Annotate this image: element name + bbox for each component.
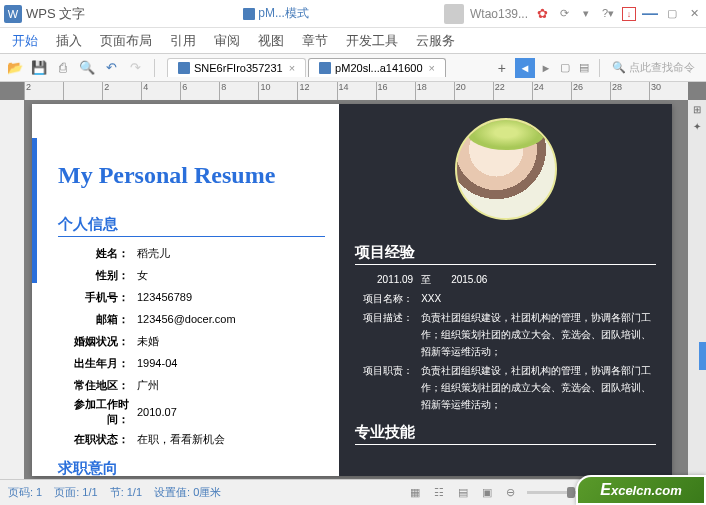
panel-tool-icon[interactable]: ✦ (693, 121, 701, 132)
table-row: 2011.09至 2015.06 (357, 271, 654, 288)
status-section[interactable]: 节: 1/1 (110, 485, 142, 500)
document-canvas[interactable]: My Personal Resume 个人信息 姓名：稻壳儿性别：女手机号：12… (32, 104, 672, 476)
menu-ref[interactable]: 引用 (170, 32, 196, 50)
print-icon[interactable]: ⎙ (54, 59, 72, 77)
menu-view[interactable]: 视图 (258, 32, 284, 50)
doc-tab-2[interactable]: pM20sl...a141600× (308, 58, 446, 77)
panel-toggle-icon[interactable]: ⊞ (693, 104, 701, 115)
panel-icon[interactable]: ▤ (576, 60, 592, 76)
workspace: 224681012141618202224262830 ⊞ ✦ My Perso… (0, 82, 706, 479)
status-position[interactable]: 设置值: 0厘米 (154, 485, 221, 500)
menu-cloud[interactable]: 云服务 (416, 32, 455, 50)
section-intent: 求职意向 (58, 457, 325, 481)
menubar: 开始 插入 页面布局 引用 审阅 视图 章节 开发工具 云服务 (0, 28, 706, 54)
info-table: 姓名：稻壳儿性别：女手机号：123456789邮箱：123456@docer.c… (58, 241, 238, 451)
minimize-icon[interactable]: — (642, 6, 658, 22)
open-icon[interactable]: 📂 (6, 59, 24, 77)
table-row: 婚姻状况：未婚 (60, 331, 236, 351)
redo-icon[interactable]: ↷ (126, 59, 144, 77)
table-row: 项目描述：负责社团组织建设，社团机构的管理，协调各部门工作；组织策划社团的成立大… (357, 309, 654, 360)
avatar-photo (455, 118, 557, 220)
view-full-icon[interactable]: ▣ (479, 485, 495, 501)
menu-insert[interactable]: 插入 (56, 32, 82, 50)
user-avatar[interactable] (444, 4, 464, 24)
right-panel: ⊞ ✦ (688, 100, 706, 479)
table-row: 项目职责：负责社团组织建设，社团机构的管理，协调各部门工作；组织策划社团的成立大… (357, 362, 654, 413)
section-skills: 专业技能 (355, 421, 656, 445)
search-icon: 🔍 (612, 61, 626, 74)
menu-layout[interactable]: 页面布局 (100, 32, 152, 50)
section-personal: 个人信息 (58, 213, 325, 237)
titlebar: W WPS 文字 pM...模式 Wtao139... ✿ ⟳ ▾ ?▾ ↓ —… (0, 0, 706, 28)
section-project: 项目经验 (355, 241, 656, 265)
table-row: 手机号：123456789 (60, 287, 236, 307)
menu-dev[interactable]: 开发工具 (346, 32, 398, 50)
zoom-out-icon[interactable]: ⊖ (503, 485, 519, 501)
ruler-horizontal[interactable]: 224681012141618202224262830 (24, 82, 688, 100)
menu-start[interactable]: 开始 (12, 32, 38, 50)
menu-chapter[interactable]: 章节 (302, 32, 328, 50)
watermark: Excelcn.com (576, 475, 706, 505)
view-print-icon[interactable]: ▦ (407, 485, 423, 501)
title-doc-tab[interactable]: pM...模式 (243, 5, 309, 22)
doc-icon (243, 8, 255, 20)
new-tab-icon[interactable]: + (492, 60, 512, 76)
close-icon[interactable]: ✕ (686, 6, 702, 22)
sync-icon[interactable]: ⟳ (556, 6, 572, 22)
table-row: 姓名：稻壳儿 (60, 243, 236, 263)
command-search[interactable]: 🔍点此查找命令 (607, 60, 700, 75)
skin-icon[interactable]: ✿ (534, 6, 550, 22)
table-row: 出生年月：1994-04 (60, 353, 236, 373)
undo-icon[interactable]: ↶ (102, 59, 120, 77)
close-tab-icon[interactable]: × (429, 62, 435, 74)
menu-review[interactable]: 审阅 (214, 32, 240, 50)
right-edge-handle[interactable] (699, 342, 706, 370)
table-row: 邮箱：123456@docer.com (60, 309, 236, 329)
accent-bar (32, 138, 37, 283)
preview-icon[interactable]: 🔍 (78, 59, 96, 77)
ruler-vertical[interactable] (0, 100, 24, 479)
project-table: 2011.09至 2015.06项目名称：XXX项目描述：负责社团组织建设，社团… (355, 269, 656, 415)
view-outline-icon[interactable]: ☷ (431, 485, 447, 501)
doc-tab-1[interactable]: SNE6rFIro357231× (167, 58, 306, 77)
view-web-icon[interactable]: ▤ (455, 485, 471, 501)
table-row: 参加工作时间：2010.07 (60, 397, 236, 427)
help-icon[interactable]: ?▾ (600, 6, 616, 22)
table-row: 在职状态：在职，看看新机会 (60, 429, 236, 449)
quickbar: 📂 💾 ⎙ 🔍 ↶ ↷ SNE6rFIro357231× pM20sl...a1… (0, 54, 706, 82)
close-tab-icon[interactable]: × (289, 62, 295, 74)
table-row: 项目名称：XXX (357, 290, 654, 307)
app-name: WPS 文字 (26, 5, 85, 23)
table-row: 性别：女 (60, 265, 236, 285)
save-icon[interactable]: 💾 (30, 59, 48, 77)
nav-fwd-icon[interactable]: ► (538, 60, 554, 76)
maximize-icon[interactable]: ▢ (664, 6, 680, 22)
dropdown-icon[interactable]: ▾ (578, 6, 594, 22)
doc-icon (178, 62, 190, 74)
view-mode-icon[interactable]: ▢ (557, 60, 573, 76)
resume-title: My Personal Resume (58, 162, 325, 189)
table-row: 常住地区：广州 (60, 375, 236, 395)
nav-back-icon[interactable]: ◄ (515, 58, 535, 78)
status-page[interactable]: 页码: 1 (8, 485, 42, 500)
status-pages[interactable]: 页面: 1/1 (54, 485, 97, 500)
update-icon[interactable]: ↓ (622, 7, 636, 21)
doc-icon (319, 62, 331, 74)
app-icon: W (4, 5, 22, 23)
user-name[interactable]: Wtao139... (470, 7, 528, 21)
